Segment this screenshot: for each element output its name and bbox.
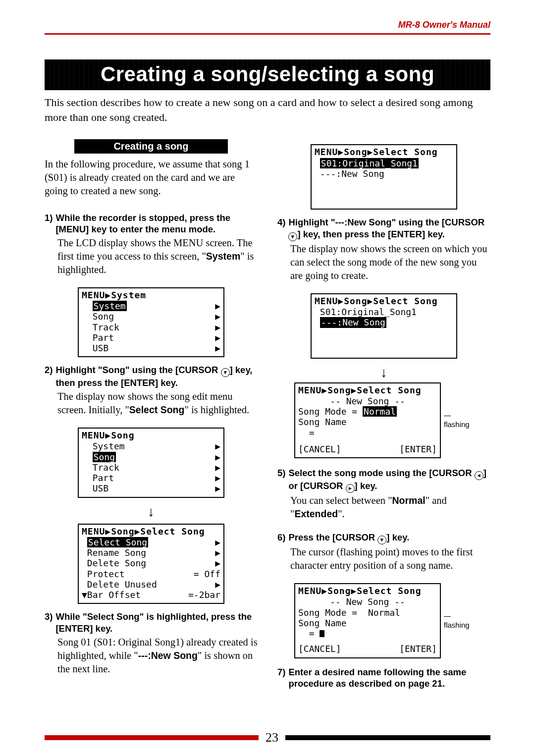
lcd-menu-song: MENU▶Song System▶ Song▶ Track▶ Part▶ USB… (78, 428, 224, 497)
lcd-item: Delete Unused (87, 579, 157, 590)
step-1: 1) While the recorder is stopped, press … (45, 212, 258, 276)
step-3-num: 3) (45, 611, 55, 634)
lcd-item: Rename Song (87, 547, 146, 558)
left-column: Creating a song In the following procedu… (45, 139, 258, 701)
lcd-enter: [ENTER] (399, 644, 437, 654)
lcd-cancel: [CANCEL] (298, 644, 341, 654)
section-heading: Creating a song (74, 139, 228, 154)
page-title: Creating a song/selecting a song (45, 59, 490, 90)
step-4-num: 4) (277, 216, 288, 241)
lcd-breadcrumb: MENU▶System (82, 290, 220, 301)
lcd-label: Song Name (298, 417, 347, 427)
lcd-item: USB (93, 483, 109, 493)
step-7-title: Enter a desired name following the same … (288, 666, 490, 690)
step-7: 7) Enter a desired name following the sa… (277, 666, 490, 690)
step-3-body: Song 01 (S01: Original Song1) already cr… (57, 636, 258, 676)
lcd-item: System (93, 301, 127, 311)
step-4-title: Highlight "---:New Song" using the [CURS… (288, 216, 490, 241)
step-5-body: You can select between "Normal" and "Ext… (290, 494, 490, 521)
chevron-right-icon: ▶ (211, 301, 220, 311)
lcd-item: Protect (87, 569, 125, 579)
lcd-select-song-s01: MENU▶Song▶Select Song S01:Original_Song1… (311, 144, 457, 210)
arrow-down-icon: ↓ (277, 366, 490, 379)
step-4-body: The display now shows the screen on whic… (290, 242, 490, 282)
manual-name: MR-8 Owner's Manual (45, 20, 490, 30)
step-7-num: 7) (277, 666, 288, 690)
lcd-label: Song Name (298, 618, 347, 628)
chevron-right-icon: ▶ (211, 343, 220, 353)
lcd-item: S01:Original_Song1 (320, 158, 419, 168)
step-5: 5) Select the song mode using the [CURSO… (277, 467, 490, 521)
lcd-breadcrumb: MENU▶Song▶Select Song (298, 586, 437, 596)
lcd-new-song-mode: MENU▶Song▶Select Song -- New Song -- Son… (294, 382, 441, 458)
step-5-num: 5) (277, 467, 288, 493)
flashing-label: flashing (444, 621, 470, 629)
step-4: 4) Highlight "---:New Song" using the [C… (277, 216, 490, 282)
step-6-title: Press the [CURSOR ▾] key. (288, 532, 490, 544)
chevron-right-icon: ▶ (211, 547, 220, 558)
lcd-breadcrumb: MENU▶Song (82, 430, 220, 441)
cursor-down-icon: ▾ (221, 368, 230, 377)
lcd-item: Track (93, 462, 119, 473)
lcd-item: ---:New Song (315, 168, 453, 179)
page-footer: 23 (45, 730, 490, 745)
flashing-label: flashing (444, 420, 470, 429)
lcd-breadcrumb: MENU▶Song▶Select Song (315, 147, 453, 158)
step-1-body: The LCD display shows the MENU screen. T… (57, 236, 258, 276)
lcd-item: Song (82, 311, 211, 322)
lcd-breadcrumb: MENU▶Song▶Select Song (315, 296, 453, 307)
lcd-breadcrumb: MENU▶Song▶Select Song (82, 526, 220, 537)
chevron-right-icon: ▶ (211, 483, 220, 493)
right-column: MENU▶Song▶Select Song S01:Original_Song1… (277, 139, 490, 701)
step-6-body: The cursor (flashing point) moves to the… (290, 545, 490, 572)
lcd-item: Track (82, 322, 211, 332)
lcd-menu-system: MENU▶System System▶ Song▶ Track▶ Part▶ U… (78, 287, 224, 357)
step-6: 6) Press the [CURSOR ▾] key. The cursor … (277, 532, 490, 572)
lcd-cancel: [CANCEL] (298, 444, 341, 454)
intro-text: This section describes how to create a n… (45, 95, 490, 124)
step-5-title: Select the song mode using the [CURSOR ◂… (288, 467, 490, 493)
lcd-label: = (309, 628, 320, 639)
lcd-enter: [ENTER] (399, 444, 437, 454)
footer-red-bar (45, 735, 259, 740)
chevron-right-icon: ▶ (211, 579, 220, 590)
chevron-right-icon: ▶ (211, 452, 220, 462)
lcd-line: Song Mode = Normal (298, 607, 400, 618)
lcd-song-edit: MENU▶Song▶Select Song Select Song▶ Renam… (78, 524, 224, 604)
step-2-title: Highlight "Song" using the [CURSOR ▾] ke… (55, 364, 258, 389)
chevron-right-icon: ▶ (211, 322, 220, 332)
step-2-body: The display now shows the song edit menu… (57, 390, 258, 417)
step-3: 3) While "Select Song" is highlighted, p… (45, 611, 258, 675)
chevron-right-icon: ▶ (211, 311, 220, 322)
step-3-title: While "Select Song" is highlighted, pres… (55, 611, 258, 634)
lcd-item: Select Song (87, 537, 148, 547)
header-rule (45, 33, 490, 35)
cursor-icon (320, 630, 324, 637)
lcd-item: ---:New Song (320, 317, 386, 327)
lcd-label: Song Mode = (298, 406, 363, 417)
chevron-right-icon: ▶ (211, 462, 220, 473)
lcd-item: Part (93, 473, 114, 483)
lcd-item: Part (82, 332, 211, 343)
step-2: 2) Highlight "Song" using the [CURSOR ▾]… (45, 364, 258, 417)
chevron-right-icon: ▶ (211, 441, 220, 451)
lcd-label: = (309, 428, 315, 438)
arrow-down-icon: ↓ (45, 505, 258, 519)
cursor-right-icon: ▸ (346, 484, 355, 493)
lcd-subtitle: -- New Song -- (330, 596, 405, 607)
lcd-select-song-new: MENU▶Song▶Select Song S01:Original_Song1… (311, 293, 457, 359)
lcd-item: Song (93, 452, 116, 462)
chevron-right-icon: ▶ (211, 558, 220, 568)
lcd-item: Delete Song (87, 558, 146, 568)
chevron-right-icon: ▶ (211, 537, 220, 547)
lcd-new-song-name: MENU▶Song▶Select Song -- New Song -- Son… (294, 583, 441, 658)
lcd-value: =-2bar (188, 590, 220, 600)
lcd-value: = Off (194, 569, 220, 579)
footer-black-bar (285, 735, 490, 740)
chevron-right-icon: ▶ (211, 473, 220, 483)
cursor-left-icon: ◂ (475, 471, 483, 480)
lcd-breadcrumb: MENU▶Song▶Select Song (298, 385, 437, 396)
cursor-down-icon: ▾ (288, 232, 297, 241)
left-intro: In the following procedure, we assume th… (45, 158, 258, 198)
step-1-bold: System (206, 251, 240, 262)
